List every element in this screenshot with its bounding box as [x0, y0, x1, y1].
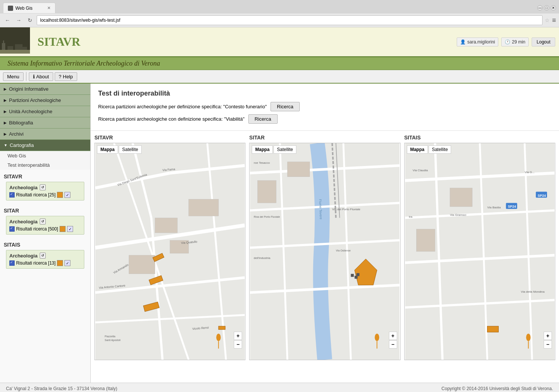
sitais-map-tab[interactable]: Mappa: [407, 145, 428, 154]
svg-point-79: [526, 334, 531, 341]
sitavr-zoom-out[interactable]: −: [234, 340, 242, 349]
arrow-icon-cartografia: ▼: [4, 143, 7, 147]
clock-icon: 🕐: [505, 39, 510, 45]
refresh-button[interactable]: ↻: [25, 16, 34, 25]
sitavr-check-icon[interactable]: ✓: [64, 192, 70, 198]
sitavr-color-swatch[interactable]: [57, 192, 63, 198]
minimize-button[interactable]: —: [537, 5, 543, 10]
user-info: 👤 sara.migliorini 🕐 29 min Logout: [453, 27, 559, 56]
menu-button[interactable]: Menu: [3, 72, 24, 81]
sitavr-checkbox[interactable]: [9, 192, 15, 197]
sidebar-item-partizioni[interactable]: ▶ Partizioni Archeologiche: [0, 95, 90, 106]
sitar-arch-label: Archeologia: [9, 219, 37, 224]
sitar-layer-row: Risultati ricerca [500] ✓: [9, 226, 81, 232]
session-time: 29 min: [512, 39, 525, 45]
svg-rect-17: [155, 218, 178, 233]
sitais-refresh-icon[interactable]: ↺: [40, 253, 46, 259]
sitar-color-swatch[interactable]: [60, 226, 66, 232]
query-row-1: Ricerca partizioni archeologiche per def…: [98, 102, 552, 111]
sitavr-map-controls: Mappa Satellite: [97, 145, 142, 154]
arrow-icon-bibliografia: ▶: [4, 121, 7, 125]
svg-rect-6: [0, 50, 30, 54]
maps-container: SITAVR Mappa Satellite: [91, 131, 559, 364]
about-button[interactable]: ℹ About: [29, 72, 53, 81]
sitar-map-wrapper[interactable]: Mappa Satellite: [249, 143, 400, 360]
sitavr-satellite-tab[interactable]: Satellite: [119, 145, 142, 154]
svg-text:Via della Mondina: Via della Mondina: [521, 290, 545, 293]
sitar-zoom-out[interactable]: −: [389, 340, 397, 349]
sitavr-map-wrapper[interactable]: Mappa Satellite: [94, 143, 245, 360]
svg-text:Via Ostiense: Via Ostiense: [336, 249, 351, 252]
close-button[interactable]: ✕: [551, 5, 556, 10]
user-name: sara.migliorini: [467, 39, 495, 45]
sitais-zoom-in[interactable]: +: [544, 332, 552, 340]
sitar-title: SITAR: [4, 208, 87, 214]
sitavr-layer-control: Archeologia ↺ Risultati ricerca [25] ✓: [6, 182, 84, 200]
maximize-button[interactable]: □: [544, 5, 549, 10]
svg-text:roe Tesacco: roe Tesacco: [254, 161, 270, 165]
address-bar: ← → ↻ ☆ ≡: [0, 13, 559, 27]
sitavr-zoom-in[interactable]: +: [234, 332, 242, 340]
sidebar-subitem-test[interactable]: Test interoperabilità: [0, 160, 90, 170]
sitavr-map-section: SITAVR Mappa Satellite: [94, 135, 245, 360]
svg-rect-42: [258, 181, 277, 203]
ricerca-button-1[interactable]: Ricerca: [271, 102, 300, 111]
tab-title: Web Gis: [15, 6, 44, 11]
query2-text: Ricerca partizioni archeologiche con def…: [98, 116, 245, 122]
sitar-map-tab[interactable]: Mappa: [252, 145, 273, 154]
sitais-checkbox[interactable]: [9, 260, 15, 266]
sitais-map-controls: Mappa Satellite: [407, 145, 451, 154]
sitais-color-swatch[interactable]: [57, 260, 63, 266]
sitar-map-label: SITAR: [249, 135, 400, 141]
browser-tab[interactable]: Web Gis ✕: [3, 3, 55, 13]
svg-rect-72: [487, 326, 498, 332]
browser-menu-icon[interactable]: ≡: [552, 16, 556, 24]
sidebar-item-archivi[interactable]: ▶ Archivi: [0, 129, 90, 140]
about-label: About: [36, 74, 49, 79]
sitar-map-svg: roe Tesacco Via del Porto Fluviale Via O…: [250, 143, 400, 360]
info-icon: ℹ: [33, 74, 35, 79]
ricerca-button-2[interactable]: Ricerca: [248, 114, 278, 124]
site-title: Sistema Informativo Territoriale Archeol…: [7, 60, 160, 67]
sitais-map-wrapper[interactable]: Mappa Satellite: [404, 143, 555, 360]
user-name-badge: 👤 sara.migliorini: [457, 37, 498, 46]
svg-rect-48: [355, 276, 358, 279]
session-time-badge: 🕐 29 min: [501, 37, 529, 46]
svg-text:Via Gramsci: Via Gramsci: [450, 213, 466, 217]
sitar-zoom-in[interactable]: +: [389, 332, 397, 340]
sidebar-item-label: Origini Informative: [9, 86, 48, 92]
sitavr-refresh-icon[interactable]: ↺: [40, 184, 46, 190]
sitais-check-icon[interactable]: ✓: [64, 260, 70, 266]
svg-rect-24: [218, 326, 225, 329]
url-input[interactable]: [37, 15, 543, 25]
sitais-zoom-controls: + −: [544, 332, 552, 349]
sitais-zoom-out[interactable]: −: [544, 340, 552, 349]
tab-close-button[interactable]: ✕: [47, 6, 51, 10]
sidebar-item-bibliografia[interactable]: ▶ Bibliografia: [0, 117, 90, 129]
query-row-2: Ricerca partizioni archeologiche con def…: [98, 114, 552, 124]
sitais-map-section: SITAIS Mappa Satellite: [404, 135, 555, 360]
sidebar-item-label: Partizioni Archeologiche: [9, 97, 61, 103]
sitar-satellite-tab[interactable]: Satellite: [274, 145, 296, 154]
sitar-refresh-icon[interactable]: ↺: [40, 218, 46, 224]
sitavr-results-label: Risultati ricerca [25]: [16, 192, 55, 197]
bookmark-icon[interactable]: ☆: [545, 17, 550, 23]
sitar-checkbox[interactable]: [9, 226, 15, 232]
sitavr-group: SITAVR Archeologia ↺ Risultati ricerca […: [0, 170, 90, 204]
svg-text:Via G...: Via G...: [525, 171, 534, 174]
sidebar-item-cartografia[interactable]: ▼ Cartografia: [0, 140, 90, 151]
sitar-check-icon[interactable]: ✓: [67, 226, 73, 232]
sidebar: ▶ Origini Informative ▶ Partizioni Arche…: [0, 84, 91, 383]
sidebar-item-unita[interactable]: ▶ Unità Archeologiche: [0, 106, 90, 117]
query1-text: Ricerca partizioni archeologiche per def…: [98, 104, 267, 109]
sitavr-map-tab[interactable]: Mappa: [97, 145, 118, 154]
sitar-zoom-controls: + −: [389, 332, 397, 349]
forward-button[interactable]: →: [14, 16, 23, 25]
sitais-satellite-tab[interactable]: Satellite: [429, 145, 451, 154]
logout-button[interactable]: Logout: [532, 37, 555, 46]
sidebar-subitem-webgis[interactable]: Web Gis: [0, 151, 90, 160]
help-button[interactable]: ? Help: [55, 72, 77, 81]
sitais-archeologia-title: Archeologia ↺: [9, 253, 81, 259]
back-button[interactable]: ←: [3, 16, 12, 25]
sidebar-item-origini[interactable]: ▶ Origini Informative: [0, 84, 90, 95]
